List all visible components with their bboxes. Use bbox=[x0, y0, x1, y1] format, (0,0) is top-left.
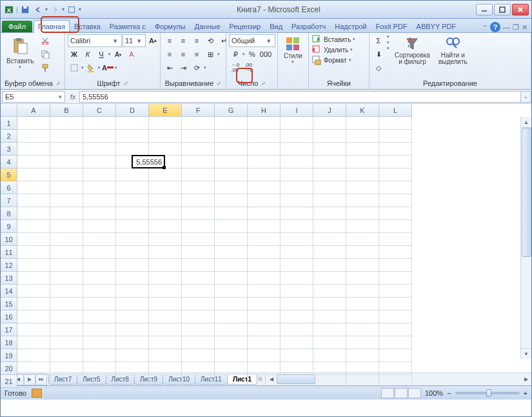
fx-icon[interactable]: fx bbox=[66, 93, 79, 101]
cell[interactable] bbox=[313, 207, 346, 220]
cell[interactable] bbox=[83, 194, 116, 207]
cell[interactable] bbox=[248, 272, 281, 285]
cell[interactable] bbox=[215, 207, 248, 220]
cell[interactable] bbox=[215, 285, 248, 298]
cell[interactable] bbox=[149, 117, 182, 130]
cell[interactable] bbox=[346, 156, 379, 168]
cell[interactable] bbox=[215, 310, 248, 323]
cell[interactable] bbox=[346, 246, 379, 259]
cell[interactable] bbox=[17, 156, 50, 168]
cell[interactable] bbox=[17, 246, 50, 259]
cell[interactable] bbox=[215, 130, 248, 143]
cell[interactable] bbox=[182, 285, 215, 298]
cell[interactable] bbox=[215, 298, 248, 310]
cell[interactable] bbox=[116, 349, 149, 362]
cell[interactable] bbox=[149, 181, 182, 194]
insert-cells-button[interactable]: Вставить bbox=[324, 36, 351, 43]
cell[interactable] bbox=[83, 349, 116, 362]
cell[interactable] bbox=[313, 323, 346, 336]
cell[interactable] bbox=[83, 285, 116, 298]
cell[interactable] bbox=[379, 310, 412, 323]
cell[interactable] bbox=[182, 310, 215, 323]
cell[interactable] bbox=[116, 168, 149, 181]
cell[interactable] bbox=[116, 272, 149, 285]
cell[interactable] bbox=[50, 349, 83, 362]
row-header-10[interactable]: 10 bbox=[1, 233, 17, 246]
cell[interactable] bbox=[50, 336, 83, 349]
cell[interactable] bbox=[83, 246, 116, 259]
cell[interactable] bbox=[17, 220, 50, 233]
cell[interactable] bbox=[281, 349, 313, 362]
cell[interactable] bbox=[116, 336, 149, 349]
cell[interactable] bbox=[215, 233, 248, 246]
row-header-17[interactable]: 17 bbox=[1, 323, 17, 336]
cell[interactable] bbox=[346, 362, 379, 375]
cell[interactable] bbox=[379, 246, 412, 259]
cell[interactable] bbox=[313, 117, 346, 130]
cell[interactable] bbox=[313, 194, 346, 207]
cell[interactable] bbox=[346, 143, 379, 156]
comma-icon[interactable]: 000 bbox=[259, 48, 272, 61]
page-layout-view-icon[interactable] bbox=[395, 388, 408, 398]
cell[interactable] bbox=[50, 143, 83, 156]
cell[interactable] bbox=[50, 168, 83, 181]
row-header-16[interactable]: 16 bbox=[1, 310, 17, 323]
cell[interactable] bbox=[50, 207, 83, 220]
merge-icon[interactable]: ⊞ bbox=[204, 48, 217, 61]
cell[interactable] bbox=[346, 285, 379, 298]
cell[interactable] bbox=[17, 117, 50, 130]
cell[interactable] bbox=[50, 362, 83, 375]
orientation-icon[interactable]: ⟲ bbox=[204, 34, 217, 47]
cell[interactable] bbox=[313, 220, 346, 233]
align-top-icon[interactable]: ≡ bbox=[163, 34, 176, 47]
cell[interactable] bbox=[215, 336, 248, 349]
cell[interactable] bbox=[182, 375, 215, 388]
tab-вставка[interactable]: Вставка bbox=[70, 20, 105, 32]
cell[interactable] bbox=[17, 259, 50, 272]
cell[interactable] bbox=[149, 259, 182, 272]
cell[interactable] bbox=[313, 362, 346, 375]
tab-главная[interactable]: Главная bbox=[34, 20, 70, 33]
grow-font-icon[interactable]: A▴ bbox=[146, 34, 159, 47]
cell[interactable] bbox=[313, 310, 346, 323]
cell[interactable] bbox=[116, 323, 149, 336]
cell[interactable] bbox=[379, 285, 412, 298]
cell[interactable] bbox=[17, 298, 50, 310]
styles-button[interactable]: Стили ▾ bbox=[281, 34, 306, 66]
redo-icon[interactable] bbox=[49, 4, 61, 15]
cell[interactable] bbox=[281, 194, 313, 207]
cell[interactable] bbox=[149, 168, 182, 181]
cell[interactable] bbox=[83, 259, 116, 272]
delete-cells-button[interactable]: Удалить bbox=[324, 46, 348, 54]
cell[interactable] bbox=[149, 362, 182, 375]
cell[interactable] bbox=[313, 156, 346, 168]
row-header-11[interactable]: 11 bbox=[1, 246, 17, 259]
cell[interactable] bbox=[17, 375, 50, 388]
cell[interactable] bbox=[50, 130, 83, 143]
percent-icon[interactable]: % bbox=[246, 48, 259, 61]
cell[interactable] bbox=[248, 220, 281, 233]
cell[interactable] bbox=[248, 336, 281, 349]
cell[interactable] bbox=[379, 168, 412, 181]
cell[interactable] bbox=[313, 181, 346, 194]
cell[interactable] bbox=[83, 298, 116, 310]
find-select-button[interactable]: Найти и выделить bbox=[435, 34, 471, 67]
col-header-E[interactable]: E bbox=[149, 104, 182, 117]
cell[interactable] bbox=[248, 207, 281, 220]
cell[interactable] bbox=[116, 130, 149, 143]
cell[interactable] bbox=[182, 233, 215, 246]
cell[interactable] bbox=[17, 272, 50, 285]
doc-minimize-icon[interactable]: — bbox=[503, 23, 510, 31]
cell[interactable] bbox=[346, 323, 379, 336]
cut-icon[interactable] bbox=[39, 34, 52, 47]
cell[interactable] bbox=[116, 285, 149, 298]
cell[interactable] bbox=[17, 233, 50, 246]
cell[interactable] bbox=[182, 246, 215, 259]
cell[interactable] bbox=[17, 207, 50, 220]
cell[interactable] bbox=[215, 323, 248, 336]
sort-filter-button[interactable]: AZ Сортировка и фильтр bbox=[391, 34, 433, 67]
cell[interactable] bbox=[50, 298, 83, 310]
cell[interactable] bbox=[50, 220, 83, 233]
font-size-combo[interactable]: 11▾ bbox=[123, 34, 146, 47]
cell[interactable] bbox=[17, 285, 50, 298]
